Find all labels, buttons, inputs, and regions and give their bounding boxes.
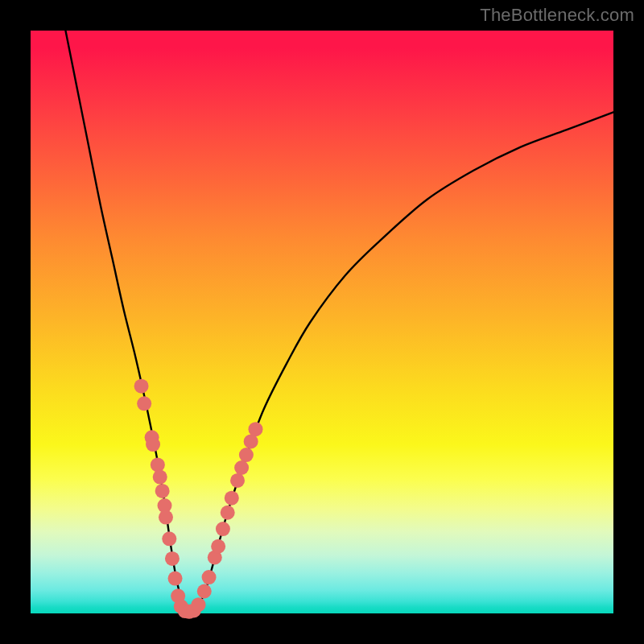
plot-area [31, 31, 613, 613]
chart-frame: TheBottleneck.com [0, 0, 644, 644]
sample-dots-group [134, 379, 263, 619]
sample-dot [221, 506, 235, 520]
sample-dot [146, 437, 160, 452]
sample-dot [137, 396, 151, 411]
sample-dot [216, 522, 230, 536]
sample-dot [165, 551, 180, 566]
sample-dot [192, 597, 206, 612]
sample-dot [162, 531, 176, 546]
watermark-text: TheBottleneck.com [480, 5, 634, 26]
sample-dot [159, 510, 173, 525]
sample-dot [230, 473, 245, 488]
sample-dot [211, 539, 225, 554]
sample-dot [197, 584, 212, 598]
sample-dot [153, 470, 167, 485]
sample-dot [239, 448, 254, 462]
sample-dot [151, 457, 165, 472]
sample-dot [202, 570, 217, 584]
sample-dot [234, 460, 249, 475]
bottleneck-curve [65, 31, 613, 616]
sample-dot [225, 491, 239, 506]
curve-group [65, 31, 613, 616]
sample-dot [155, 484, 170, 498]
sample-dot [134, 379, 149, 394]
chart-svg [31, 31, 613, 613]
sample-dot [168, 572, 183, 586]
sample-dot [248, 422, 262, 436]
